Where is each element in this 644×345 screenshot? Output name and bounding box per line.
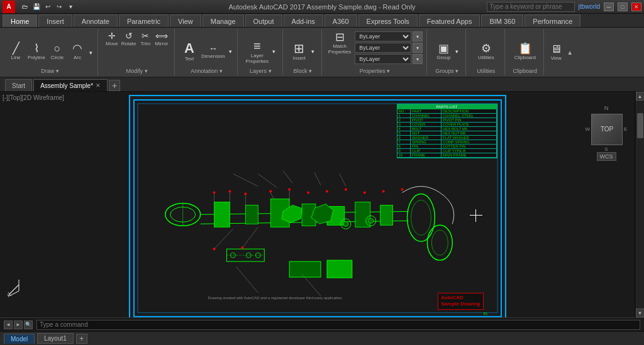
qa-new-btn[interactable]: 🗁 xyxy=(20,2,30,12)
command-input[interactable] xyxy=(36,320,640,330)
tab-a360[interactable]: A360 xyxy=(325,14,357,27)
svg-point-57 xyxy=(213,248,215,250)
nav-north: N xyxy=(604,104,609,112)
tab-home[interactable]: Home xyxy=(3,14,37,27)
layer-properties-icon: ≡ xyxy=(253,40,261,52)
qa-more-btn[interactable]: ▾ xyxy=(65,2,75,12)
match-properties-btn[interactable]: ⊟ MatchProperties xyxy=(327,30,352,56)
scroll-thumb[interactable] xyxy=(637,113,643,138)
layers-group-label: Layers ▾ xyxy=(239,68,282,74)
layer-properties-btn[interactable]: ≡ LayerProperties xyxy=(245,38,270,65)
arc-btn[interactable]: ◠ Arc xyxy=(68,41,87,62)
layers-tools: ≡ LayerProperties ▾ xyxy=(245,30,277,73)
tab-addins[interactable]: Add-ins xyxy=(284,14,323,27)
cmd-right-btn[interactable]: ► xyxy=(14,320,23,329)
svg-point-59 xyxy=(241,246,243,249)
move-icon: ✛ xyxy=(108,31,116,40)
new-tab-btn[interactable]: + xyxy=(109,80,120,91)
add-layout-btn[interactable]: + xyxy=(76,334,87,344)
tab-view[interactable]: View xyxy=(170,14,201,27)
doc-tab-assembly-label: Assembly Sample* xyxy=(40,82,93,89)
svg-rect-47 xyxy=(289,261,321,277)
layout1-tab[interactable]: Layout1 xyxy=(37,333,74,344)
clipboard-icon: 📋 xyxy=(518,43,532,54)
draw-more-btn[interactable]: ▾ xyxy=(88,49,94,57)
view-btn[interactable]: 🖥 View xyxy=(547,42,565,62)
cmd-left-btn[interactable]: ◄ xyxy=(4,320,13,329)
close-btn[interactable]: ✕ xyxy=(631,3,641,11)
linetype-more-btn[interactable]: ▾ xyxy=(413,43,423,53)
minimize-btn[interactable]: ─ xyxy=(604,3,614,11)
utilities-btn[interactable]: ⚙ Utilities xyxy=(477,41,496,62)
move-btn[interactable]: ✛ Move xyxy=(104,30,119,48)
tab-express[interactable]: Express Tools xyxy=(358,14,418,27)
color-select[interactable]: ByLayer xyxy=(355,31,411,41)
ribbon-group-clipboard: 📋 Clipboard Clipboard xyxy=(506,29,544,75)
text-btn[interactable]: A Text xyxy=(180,40,199,63)
circle-btn[interactable]: ○ Circle xyxy=(48,41,67,62)
lineweight-more-btn[interactable]: ▾ xyxy=(413,54,423,64)
right-scrollbar[interactable]: ▲ ▼ xyxy=(635,92,644,317)
ribbon-group-draw: ╱ Line ⌇ Polyline ○ Circle ◠ Arc ▾ Draw … xyxy=(3,29,98,75)
svg-line-62 xyxy=(19,285,28,294)
rotate-btn[interactable]: ↺ Rotate xyxy=(120,30,138,48)
svg-point-55 xyxy=(368,218,373,223)
line-btn[interactable]: ╱ Line xyxy=(6,41,25,62)
nav-box[interactable]: TOP xyxy=(591,114,623,145)
dimension-btn[interactable]: ↔ Dimension xyxy=(200,43,226,60)
annotation-more-btn[interactable]: ▾ xyxy=(228,48,233,55)
watermark-line2: Sample Drawing xyxy=(441,301,480,307)
tab-insert[interactable]: Insert xyxy=(38,14,72,27)
cmd-search-btn[interactable]: 🔍 xyxy=(24,320,33,329)
tab-manage[interactable]: Manage xyxy=(203,14,244,27)
tab-parametric[interactable]: Parametric xyxy=(119,14,169,27)
tab-performance[interactable]: Performance xyxy=(525,14,580,27)
properties-content: ⊟ MatchProperties ByLayer ▾ ByLayer ▾ xyxy=(327,30,423,73)
watermark-line1: AutoCAD xyxy=(441,295,480,301)
mirror-btn[interactable]: ⟺ Mirror xyxy=(153,30,169,48)
lineweight-select[interactable]: ByLayer xyxy=(355,54,411,64)
list-item: 3COVERCOVER PLATE xyxy=(397,123,497,127)
scroll-up-btn[interactable]: ▲ xyxy=(636,92,645,101)
groups-more-btn[interactable]: ▾ xyxy=(454,48,460,55)
doc-tab-assembly[interactable]: Assembly Sample* ✕ xyxy=(33,79,108,91)
layers-more-btn[interactable]: ▾ xyxy=(271,48,277,55)
polyline-btn[interactable]: ⌇ Polyline xyxy=(26,41,47,62)
titlebar: A 🗁 💾 ↩ ↪ ▾ Autodesk AutoCAD 2017 Assemb… xyxy=(0,0,644,14)
search-input[interactable] xyxy=(487,2,575,12)
qa-undo-btn[interactable]: ↩ xyxy=(43,2,53,12)
qa-save-btn[interactable]: 💾 xyxy=(31,2,42,12)
modify-tools: ✛ Move ↺ Rotate ✂ Trim ⟺ Mirror xyxy=(104,30,169,73)
rotate-icon: ↺ xyxy=(125,31,133,40)
block-more-btn[interactable]: ▾ xyxy=(310,48,316,55)
tab-bim360[interactable]: BIM 360 xyxy=(481,14,523,27)
pt-col-headers: NO PART DESCRIPTION xyxy=(397,109,497,114)
tab-featured[interactable]: Featured Apps xyxy=(419,14,480,27)
clipboard-btn[interactable]: 📋 Clipboard xyxy=(513,41,537,62)
part-table: PARTS LIST NO PART DESCRIPTION 1CHANNELC… xyxy=(397,104,497,158)
model-tab[interactable]: Model xyxy=(4,334,35,344)
tab-annotate[interactable]: Annotate xyxy=(74,14,118,27)
cmd-nav-arrows: ◄ ► 🔍 xyxy=(4,320,33,329)
color-more-btn[interactable]: ▾ xyxy=(413,31,423,41)
viewport[interactable]: [-][Top][2D Wireframe] xyxy=(0,92,635,317)
scroll-down-btn[interactable]: ▼ xyxy=(636,309,645,317)
list-item: 1CHANNELCHANNEL STEEL xyxy=(397,114,497,118)
scroll-track[interactable] xyxy=(636,101,644,309)
linetype-select[interactable]: ByLayer xyxy=(355,43,411,53)
nav-south: S xyxy=(604,146,608,152)
nav-cube[interactable]: N W TOP E S WCS xyxy=(584,104,628,155)
maximize-btn[interactable]: □ xyxy=(618,3,628,11)
ribbon-collapse-btn[interactable]: ▲ xyxy=(567,49,573,56)
doc-tab-close-icon[interactable]: ✕ xyxy=(96,82,101,89)
insert-btn[interactable]: ⊞ Insert xyxy=(290,41,309,62)
part-table-header: PARTS LIST xyxy=(397,104,497,109)
arc-icon: ◠ xyxy=(72,43,82,54)
wcs-btn[interactable]: WCS xyxy=(597,152,616,161)
group-btn[interactable]: ▣ Group xyxy=(434,41,453,62)
tab-output[interactable]: Output xyxy=(245,14,282,27)
trim-btn[interactable]: ✂ Trim xyxy=(138,30,153,48)
list-item: 5NUTHEX NUT M6 xyxy=(397,131,497,136)
qa-redo-btn[interactable]: ↪ xyxy=(54,2,64,12)
doc-tab-start[interactable]: Start xyxy=(5,79,32,91)
